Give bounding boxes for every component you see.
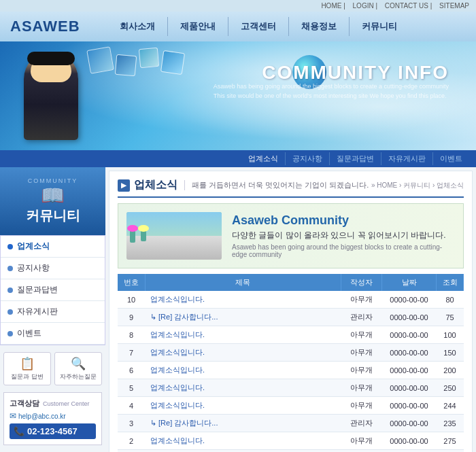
cell-date: 0000-00-00 bbox=[382, 309, 437, 326]
cell-date: 0000-00-00 bbox=[382, 432, 437, 450]
col-header-num: 번호 bbox=[118, 274, 145, 291]
col-header-date: 날짜 bbox=[382, 274, 437, 291]
cell-title[interactable]: 업계소식입니다. bbox=[145, 450, 341, 453]
cell-views: 80 bbox=[437, 291, 464, 309]
cell-num: 3 bbox=[118, 415, 145, 432]
table-row: 1 업계소식입니다. 아무개 0000-00-00 215 bbox=[118, 450, 464, 453]
table-row: 2 업계소식입니다. 아무개 0000-00-00 275 bbox=[118, 432, 464, 450]
cell-date: 0000-00-00 bbox=[382, 362, 437, 379]
cell-title[interactable]: 업계소식입니다. bbox=[145, 379, 341, 397]
cell-date: 0000-00-00 bbox=[382, 291, 437, 309]
menu-dot bbox=[7, 244, 13, 249]
customer-phone: 📞 02-123-4567 bbox=[10, 423, 96, 439]
subnav-qna[interactable]: 질문과답변 bbox=[330, 152, 381, 165]
customer-center: 고객상담 Customer Center ✉ help@abc.co.kr 📞 … bbox=[3, 392, 102, 445]
sidebar-menu: 업계소식 공지사항 질문과답변 자유게시판 이벤트 bbox=[0, 235, 105, 345]
cell-title[interactable]: ↳ [Re] 감사합니다... bbox=[145, 415, 341, 432]
cell-num: 1 bbox=[118, 450, 145, 453]
cell-author: 아무개 bbox=[341, 450, 382, 453]
cell-author: 아무개 bbox=[341, 397, 382, 415]
page-title-icon: ▶ bbox=[118, 179, 130, 192]
table-row: 9 ↳ [Re] 감사합니다... 관리자 0000-00-00 75 bbox=[118, 309, 464, 326]
cell-title[interactable]: ↳ [Re] 감사합니다... bbox=[145, 309, 341, 326]
sidebar-item-free[interactable]: 자유게시판 bbox=[1, 301, 105, 323]
hero-title: COMMUNITY INFO bbox=[262, 62, 449, 84]
nav-company[interactable]: 회사소개 bbox=[107, 17, 168, 36]
page-title-bar: ▶ 업체소식 패를 거듭하면서 더욱 멋있어지는 기업이 되겠습니다. » HO… bbox=[118, 178, 464, 198]
sidebar-item-event[interactable]: 이벤트 bbox=[1, 323, 105, 345]
cell-date: 0000-00-00 bbox=[382, 344, 437, 362]
cell-title[interactable]: 업계소식입니다. bbox=[145, 362, 341, 379]
cell-date: 0000-00-00 bbox=[382, 415, 437, 432]
cell-author: 아무개 bbox=[341, 326, 382, 344]
cell-views: 215 bbox=[437, 450, 464, 453]
page-title: 업체소식 bbox=[134, 178, 177, 192]
cell-author: 아무개 bbox=[341, 432, 382, 450]
subnav-free[interactable]: 자유게시판 bbox=[381, 152, 433, 165]
cell-views: 250 bbox=[437, 379, 464, 397]
hero-banner: COMMUNITY INFO Asaweb has being going ar… bbox=[0, 41, 476, 150]
col-header-title: 제목 bbox=[145, 274, 341, 291]
cell-views: 275 bbox=[437, 432, 464, 450]
cell-views: 244 bbox=[437, 397, 464, 415]
sidebar-item-qna[interactable]: 질문과답변 bbox=[1, 279, 105, 301]
cell-author: 아무개 bbox=[341, 291, 382, 309]
table-row: 7 업계소식입니다. 아무개 0000-00-00 150 bbox=[118, 344, 464, 362]
banner-text: Asaweb Community 다양한 글들이 많이 올라와 있으니 꼭 읽어… bbox=[232, 213, 455, 258]
customer-center-title: 고객상담 bbox=[10, 398, 39, 408]
nav-careers[interactable]: 채용정보 bbox=[289, 17, 350, 36]
customer-email[interactable]: ✉ help@abc.co.kr bbox=[10, 411, 96, 421]
cell-date: 0000-00-00 bbox=[382, 397, 437, 415]
sidebar-item-notice[interactable]: 공지사항 bbox=[1, 258, 105, 279]
qna-box[interactable]: 📋 질문과 답변 bbox=[3, 352, 51, 385]
sidebar: COMMUNITY 📖 커뮤니티 업계소식 공지사항 질문과답변 자유게시판 bbox=[0, 167, 105, 452]
hero-person bbox=[7, 52, 95, 150]
cell-num: 5 bbox=[118, 379, 145, 397]
table-row: 10 업계소식입니다. 아무개 0000-00-00 80 bbox=[118, 291, 464, 309]
subnav-event[interactable]: 이벤트 bbox=[433, 152, 469, 165]
email-icon: ✉ bbox=[10, 411, 16, 421]
cell-title[interactable]: 업계소식입니다. bbox=[145, 326, 341, 344]
table-header-row: 번호 제목 작성자 날짜 조회 bbox=[118, 274, 464, 291]
menu-dot bbox=[7, 309, 13, 315]
cell-num: 2 bbox=[118, 432, 145, 450]
subnav-notice[interactable]: 공지사항 bbox=[286, 152, 330, 165]
top-nav-contact[interactable]: CONTACT US bbox=[385, 2, 428, 10]
banner-image bbox=[126, 212, 222, 260]
customer-center-sub: Customer Center bbox=[43, 400, 90, 407]
hero-subtitle: Asaweb has being going around the bigges… bbox=[214, 82, 449, 101]
cell-date: 0000-00-00 bbox=[382, 450, 437, 453]
menu-dot bbox=[7, 331, 13, 336]
cell-title[interactable]: 업계소식입니다. bbox=[145, 291, 341, 309]
cell-title[interactable]: 업계소식입니다. bbox=[145, 397, 341, 415]
nav-community[interactable]: 커뮤니티 bbox=[350, 17, 409, 36]
cell-num: 4 bbox=[118, 397, 145, 415]
page-title-desc: 패를 거듭하면서 더욱 멋있어지는 기업이 되겠습니다. bbox=[184, 180, 369, 190]
top-nav-home[interactable]: HOME bbox=[321, 2, 341, 10]
cell-num: 7 bbox=[118, 344, 145, 362]
cell-views: 200 bbox=[437, 362, 464, 379]
cell-author: 아무개 bbox=[341, 379, 382, 397]
cell-views: 100 bbox=[437, 326, 464, 344]
nav-customers[interactable]: 고객센터 bbox=[228, 17, 289, 36]
top-nav-sitemap[interactable]: SITEMAP bbox=[439, 2, 469, 10]
sidebar-community-icon: 📖 bbox=[7, 184, 99, 207]
cell-title[interactable]: 업계소식입니다. bbox=[145, 344, 341, 362]
qna-label: 질문과 답변 bbox=[7, 372, 47, 381]
cell-author: 아무개 bbox=[341, 362, 382, 379]
sidebar-item-news[interactable]: 업계소식 bbox=[1, 236, 105, 258]
faq-box[interactable]: 🔍 자주하는질문 bbox=[54, 352, 102, 385]
nav-products[interactable]: 제품안내 bbox=[168, 17, 228, 36]
cell-num: 6 bbox=[118, 362, 145, 379]
top-nav-login[interactable]: LOGIN bbox=[353, 2, 374, 10]
sidebar-title: 커뮤니티 bbox=[7, 207, 99, 225]
sidebar-quick-links: 📋 질문과 답변 🔍 자주하는질문 bbox=[3, 352, 102, 385]
customer-center-header: 고객상담 Customer Center bbox=[10, 398, 96, 408]
cell-title[interactable]: 업계소식입니다. bbox=[145, 432, 341, 450]
banner-desc: Asaweb has been going around the biggest… bbox=[232, 243, 455, 258]
cell-num: 10 bbox=[118, 291, 145, 309]
subnav-news[interactable]: 업계소식 bbox=[241, 152, 286, 165]
table-row: 5 업계소식입니다. 아무개 0000-00-00 250 bbox=[118, 379, 464, 397]
cell-views: 75 bbox=[437, 309, 464, 326]
posts-table: 번호 제목 작성자 날짜 조회 10 업계소식입니다. 아무개 0000-00-… bbox=[118, 274, 464, 452]
